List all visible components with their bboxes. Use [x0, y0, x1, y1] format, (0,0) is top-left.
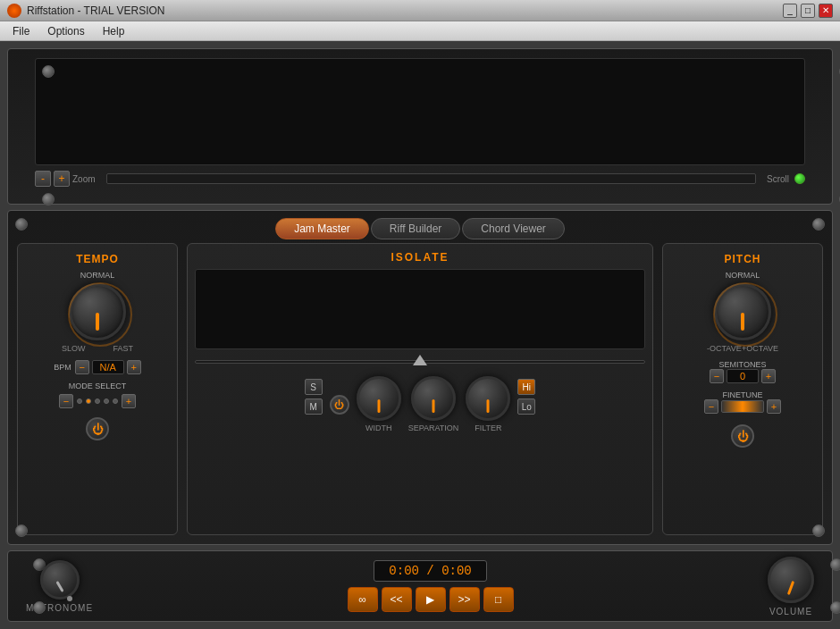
bpm-row: BPM − N/A + [54, 360, 141, 374]
tab-chord-viewer[interactable]: Chord Viewer [462, 218, 564, 239]
screw-transport-br [830, 601, 840, 614]
isolate-power-button[interactable]: ⏻ [330, 395, 349, 415]
menu-file[interactable]: File [4, 23, 38, 39]
pitch-knob-ring [713, 282, 777, 347]
waveform-controls: - + Zoom Scroll [35, 171, 805, 187]
close-button[interactable]: ✕ [819, 4, 833, 18]
pitch-knob-label: NORMAL [726, 271, 760, 280]
window-title: Riffstation - TRIAL VERSION [27, 4, 783, 17]
tempo-power-button[interactable]: ⏻ [86, 417, 109, 440]
width-knob-group: WIDTH [357, 376, 401, 432]
waveform-scrollbar[interactable] [106, 173, 756, 184]
tempo-title: TEMPO [76, 253, 119, 265]
isolate-section: ISOLATE S M ⏻ WIDTH [187, 243, 653, 535]
width-label: WIDTH [365, 424, 392, 432]
volume-knob[interactable] [768, 557, 814, 603]
power-icon: ⏻ [92, 423, 104, 436]
m-button[interactable]: M [305, 398, 323, 415]
metronome-section: METRONOME [26, 560, 93, 613]
transport-center: 0:00 / 0:00 ∞ << ▶ >> □ [111, 560, 750, 612]
zoom-label: Zoom [72, 174, 96, 184]
metro-dot [67, 596, 72, 601]
tempo-section: TEMPO NORMAL SLOW FAST BPM − N/A [17, 243, 178, 535]
bpm-minus-button[interactable]: − [75, 360, 89, 374]
isolate-slider-container [195, 355, 645, 369]
transport-buttons: ∞ << ▶ >> □ [348, 587, 514, 612]
zoom-controls: - + Zoom [35, 171, 96, 187]
metronome-knob[interactable] [40, 560, 80, 600]
pitch-power-button[interactable]: ⏻ [731, 424, 754, 448]
minimize-button[interactable]: _ [783, 4, 797, 18]
mode-dot-3 [95, 398, 100, 404]
forward-button[interactable]: >> [449, 587, 480, 612]
controls-panel: Jam Master Riff Builder Chord Viewer TEM… [7, 210, 833, 545]
pitch-power-icon: ⏻ [737, 430, 749, 443]
menu-options[interactable]: Options [38, 23, 93, 39]
mode-dots: − + [59, 394, 136, 408]
filter-label: FILTER [475, 424, 501, 432]
zoom-plus-button[interactable]: + [54, 171, 70, 187]
waveform-display [35, 58, 805, 165]
screw-transport-tr [830, 558, 840, 571]
pitch-section: PITCH NORMAL -OCTAVE +OCTAVE SEMITONES − [662, 243, 823, 535]
finetune-row: FINETUNE [723, 390, 763, 399]
semitones-minus-button[interactable]: − [710, 369, 724, 383]
pitch-knob-container: -OCTAVE +OCTAVE [707, 283, 778, 353]
separation-knob-group: SEPARATION [408, 376, 459, 432]
finetune-slider[interactable] [721, 400, 764, 413]
loop-button[interactable]: ∞ [348, 587, 378, 612]
screw-bl [42, 193, 55, 205]
waveform-panel: - + Zoom Scroll [7, 48, 833, 205]
semitones-control: − 0 + [710, 369, 776, 383]
isolate-power-icon: ⏻ [334, 399, 344, 410]
hi-button[interactable]: Hi [517, 379, 535, 395]
semitones-label: SEMITONES [719, 360, 767, 369]
time-display: 0:00 / 0:00 [374, 560, 486, 582]
tab-jam-master[interactable]: Jam Master [275, 218, 369, 239]
finetune-label: FINETUNE [723, 390, 763, 399]
mode-label: MODE SELECT [69, 382, 127, 390]
tempo-knob-label: NORMAL [80, 271, 115, 280]
zoom-minus-button[interactable]: - [35, 171, 51, 187]
volume-section: VOLUME [768, 557, 814, 616]
bpm-label: BPM [54, 363, 71, 372]
isolate-title: ISOLATE [391, 251, 449, 264]
controls-area: TEMPO NORMAL SLOW FAST BPM − N/A [8, 243, 832, 544]
title-bar: Riffstation - TRIAL VERSION _ □ ✕ [0, 0, 840, 21]
mode-dot-1 [77, 398, 82, 404]
pitch-knob[interactable] [714, 283, 771, 340]
stop-button[interactable]: □ [483, 587, 514, 612]
menu-help[interactable]: Help [94, 23, 134, 39]
tempo-knob[interactable] [69, 283, 126, 340]
app-icon [7, 4, 21, 18]
bpm-display: N/A [92, 360, 124, 374]
tempo-fast-label: FAST [113, 344, 133, 353]
tempo-slow-label: SLOW [62, 344, 86, 353]
separation-label: SEPARATION [408, 424, 459, 432]
pitch-title: PITCH [725, 253, 761, 265]
bpm-plus-button[interactable]: + [127, 360, 141, 374]
play-button[interactable]: ▶ [416, 587, 446, 612]
finetune-minus-button[interactable]: − [704, 399, 718, 414]
separation-knob[interactable] [411, 376, 456, 421]
finetune-plus-button[interactable]: + [767, 399, 781, 414]
rewind-button[interactable]: << [382, 587, 412, 612]
isolate-slider-thumb[interactable] [413, 355, 427, 365]
finetune-control: − + [704, 399, 781, 414]
semitones-plus-button[interactable]: + [761, 369, 776, 383]
width-knob[interactable] [357, 376, 401, 421]
sm-buttons: S M [305, 379, 323, 415]
mode-minus-button[interactable]: − [59, 394, 73, 408]
mode-dot-5 [113, 398, 118, 404]
mode-plus-button[interactable]: + [122, 394, 136, 408]
tempo-knob-container: SLOW FAST [62, 283, 133, 353]
lo-button[interactable]: Lo [517, 398, 535, 415]
metronome-knob-wrapper [40, 560, 80, 600]
tabs-row: Jam Master Riff Builder Chord Viewer [8, 211, 832, 243]
s-button[interactable]: S [305, 379, 323, 395]
maximize-button[interactable]: □ [801, 4, 815, 18]
filter-knob[interactable] [466, 376, 510, 421]
filter-knob-group: FILTER [466, 376, 510, 432]
tab-riff-builder[interactable]: Riff Builder [371, 218, 460, 239]
semitones-row: SEMITONES [719, 360, 767, 369]
